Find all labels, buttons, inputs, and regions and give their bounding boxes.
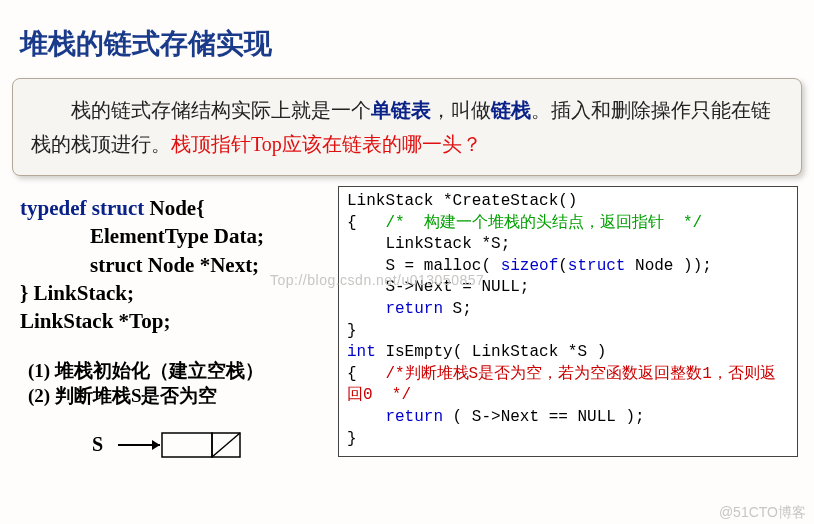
intro-text-pre: 栈的链式存储结构实际上就是一个: [71, 99, 371, 121]
term-linked-list: 单链表: [371, 99, 431, 121]
c-l10a: [347, 408, 385, 426]
c-kw-int: int: [347, 343, 376, 361]
watermark-51cto: @51CTO博客: [719, 504, 806, 522]
lower-content: typedef struct Node{ ElementType Data; s…: [0, 186, 814, 469]
c-l10c: ( S->Next == NULL );: [443, 408, 645, 426]
c-kw-return1: return: [385, 300, 443, 318]
c-l8b: IsEmpty( LinkStack *S ): [376, 343, 606, 361]
c-l11: }: [347, 430, 357, 448]
c-l1: LinkStack *CreateStack(): [347, 192, 577, 210]
code-block: LinkStack *CreateStack() { /* 构建一个堆栈的头结点…: [338, 186, 798, 457]
struct-name: Node{: [144, 196, 204, 220]
intro-question: 栈顶指针Top应该在链表的哪一头？: [171, 133, 482, 155]
diagram-label-s: S: [92, 433, 103, 456]
c-l4e: Node ));: [625, 257, 711, 275]
term-link-stack: 链栈: [491, 99, 531, 121]
arrow-node-icon: [118, 429, 268, 463]
c-l6a: [347, 300, 385, 318]
c-l4a: S = malloc(: [347, 257, 501, 275]
page-title: 堆栈的链式存储实现: [0, 0, 814, 63]
c-l5: S->Next = NULL;: [347, 278, 529, 296]
c-l4c: (: [558, 257, 568, 275]
c-kw-struct2: struct: [568, 257, 626, 275]
c-l9a: {: [347, 365, 385, 383]
kw-struct: struct: [92, 196, 144, 220]
intro-paragraph: 栈的链式存储结构实际上就是一个单链表，叫做链栈。插入和删除操作只能在链栈的栈顶进…: [12, 78, 802, 176]
c-l9-comment: /*判断堆栈S是否为空，若为空函数返回整数1，否则返回0 */: [347, 365, 776, 405]
c-l6c: S;: [443, 300, 472, 318]
c-kw-return2: return: [385, 408, 443, 426]
c-l2-comment: /* 构建一个堆栈的头结点，返回指针 */: [385, 214, 702, 232]
c-l2a: {: [347, 214, 385, 232]
stack-diagram: S: [110, 429, 270, 469]
svg-marker-1: [152, 440, 160, 450]
kw-typedef: typedef: [20, 196, 87, 220]
svg-rect-2: [162, 433, 212, 457]
c-kw-sizeof: sizeof: [501, 257, 559, 275]
c-l7: }: [347, 322, 357, 340]
svg-line-4: [212, 433, 240, 457]
intro-mid1: ，叫做: [431, 99, 491, 121]
c-l3: LinkStack *S;: [347, 235, 510, 253]
